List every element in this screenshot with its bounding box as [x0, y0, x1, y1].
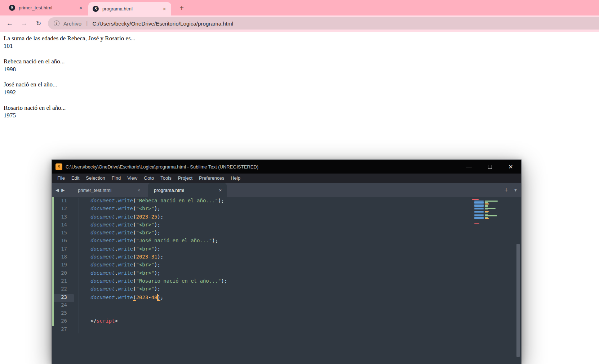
reload-button[interactable]: ↻	[33, 18, 44, 29]
line-number[interactable]: 25	[52, 310, 74, 318]
tab-list-dropdown-icon[interactable]: ▼	[514, 188, 518, 192]
window-controls: — ✕	[458, 160, 521, 174]
code-line[interactable]: document.write("<br>");	[90, 206, 227, 214]
code-line[interactable]: document.write("<br>");	[90, 262, 227, 270]
minimap-row	[474, 212, 507, 214]
sublime-titlebar[interactable]: S C:\Users\becky\OneDrive\Escritorio\Log…	[52, 160, 521, 174]
url-text: C:/Users/becky/OneDrive/Escritorio/Logic…	[92, 21, 233, 27]
code-line[interactable]: document.write("<br>");	[90, 286, 227, 294]
browser-tab-programa[interactable]: S programa.html ×	[88, 2, 171, 15]
gutter: 1112131415161718192021222324252627	[52, 197, 74, 334]
line-number[interactable]: 11	[52, 198, 74, 206]
browser-toolbar: ← → ↻ i Archivo | C:/Users/becky/OneDriv…	[0, 15, 599, 32]
minimap[interactable]	[471, 199, 507, 224]
editor-tab-programa[interactable]: programa.html ×	[148, 183, 227, 197]
close-tab-icon[interactable]: ×	[77, 5, 84, 11]
tab-nav-arrows: ◀ ▶	[56, 183, 65, 197]
forward-button[interactable]: →	[19, 18, 30, 29]
menu-item-tools[interactable]: Tools	[157, 174, 174, 183]
url-separator: |	[86, 20, 88, 27]
code-line[interactable]	[90, 310, 227, 318]
minimap-row	[474, 206, 507, 207]
line-number[interactable]: 14	[52, 222, 74, 230]
line-number[interactable]: 12	[52, 206, 74, 214]
line-number[interactable]: 15	[52, 230, 74, 238]
sublime-menubar: FileEditSelectionFindViewGotoToolsProjec…	[52, 174, 521, 183]
code-line[interactable]: document.write("Rosario nació en el año.…	[90, 278, 227, 286]
code-line[interactable]: document.write("<br>");	[90, 222, 227, 230]
new-file-icon[interactable]: +	[504, 186, 508, 194]
code-line[interactable]: document.write("<br>");	[90, 230, 227, 238]
minimap-row	[471, 220, 507, 221]
code-line[interactable]	[90, 326, 227, 334]
line-number[interactable]: 16	[52, 238, 74, 246]
line-number[interactable]: 19	[52, 262, 74, 270]
tab-scroll-right-icon[interactable]: ▶	[61, 188, 65, 193]
back-button[interactable]: ←	[4, 18, 15, 29]
line-number[interactable]: 17	[52, 246, 74, 254]
editor-tab-primer-test[interactable]: primer_test.html ×	[71, 183, 145, 197]
info-icon[interactable]: i	[54, 21, 59, 26]
line-number[interactable]: 23	[52, 294, 74, 302]
line-number[interactable]: 24	[52, 302, 74, 310]
minimap-row	[474, 211, 507, 212]
minimap-row	[471, 221, 507, 222]
menu-item-view[interactable]: View	[124, 174, 141, 183]
line-number[interactable]: 18	[52, 254, 74, 262]
code-line[interactable]: document.write("<br>");	[90, 270, 227, 278]
line-number[interactable]: 13	[52, 214, 74, 222]
minimap-row	[474, 203, 507, 205]
line-number[interactable]: 21	[52, 278, 74, 286]
minimap-row	[474, 210, 507, 211]
menu-item-project[interactable]: Project	[175, 174, 196, 183]
code-line[interactable]: document.write("<br>");	[90, 246, 227, 254]
close-tab-icon[interactable]: ×	[161, 6, 168, 12]
new-tab-button[interactable]: +	[177, 4, 186, 12]
editor-tab-label: primer_test.html	[78, 188, 111, 193]
menu-item-selection[interactable]: Selection	[83, 174, 108, 183]
menu-item-help[interactable]: Help	[227, 174, 244, 183]
line-number[interactable]: 26	[52, 318, 74, 326]
code-line[interactable]: document.write("Rebeca nació en el año..…	[90, 198, 227, 206]
scrollbar-thumb[interactable]	[516, 244, 520, 357]
code-line[interactable]: document.write("José nació en el año..."…	[90, 238, 227, 246]
minimap-row	[474, 202, 507, 203]
minimap-row	[474, 208, 507, 209]
menu-item-preferences[interactable]: Preferences	[196, 174, 227, 183]
code-lines: document.write("Rebeca nació en el año..…	[90, 197, 227, 334]
indent-guide	[79, 198, 79, 333]
minimap-row	[474, 218, 507, 219]
code-line[interactable]	[90, 302, 227, 310]
tab-scroll-left-icon[interactable]: ◀	[56, 188, 59, 193]
close-tab-icon[interactable]: ×	[219, 188, 222, 193]
browser-tab-label: programa.html	[102, 6, 161, 12]
code-editor[interactable]: 1112131415161718192021222324252627 docum…	[52, 197, 521, 364]
close-button[interactable]: ✕	[500, 160, 521, 174]
sublime-app-icon: S	[56, 163, 62, 170]
sublime-window: S C:\Users\becky\OneDrive\Escritorio\Log…	[52, 159, 522, 364]
menu-item-edit[interactable]: Edit	[68, 174, 83, 183]
browser-tab-label: primer_test.html	[19, 5, 77, 10]
line-number[interactable]: 20	[52, 270, 74, 278]
menu-item-goto[interactable]: Goto	[141, 174, 157, 183]
minimap-row	[474, 205, 507, 206]
address-bar[interactable]: i Archivo | C:/Users/becky/OneDrive/Escr…	[48, 17, 599, 30]
line-number[interactable]: 22	[52, 286, 74, 294]
menu-item-find[interactable]: Find	[108, 174, 124, 183]
window-title: C:\Users\becky\OneDrive\Escritorio\Logic…	[66, 164, 258, 170]
code-line[interactable]: document.write(2023-25);	[90, 214, 227, 222]
line-number[interactable]: 27	[52, 326, 74, 334]
maximize-button[interactable]	[479, 160, 500, 174]
code-line[interactable]: </script>	[90, 318, 227, 326]
tabbar-extra: + ▼	[504, 183, 518, 197]
code-line[interactable]: document.write(2023-31);	[90, 254, 227, 262]
close-tab-icon[interactable]: ×	[137, 188, 140, 193]
minimap-row	[474, 201, 507, 202]
minimap-row	[472, 199, 507, 200]
code-line[interactable]: document.write(2023-48);	[90, 294, 227, 302]
browser-tab-primer-test[interactable]: S primer_test.html ×	[5, 0, 88, 15]
minimize-button[interactable]: —	[458, 160, 479, 174]
git-diff-added-strip	[52, 197, 54, 326]
page-favicon-icon: S	[9, 5, 15, 11]
menu-item-file[interactable]: File	[54, 174, 68, 183]
